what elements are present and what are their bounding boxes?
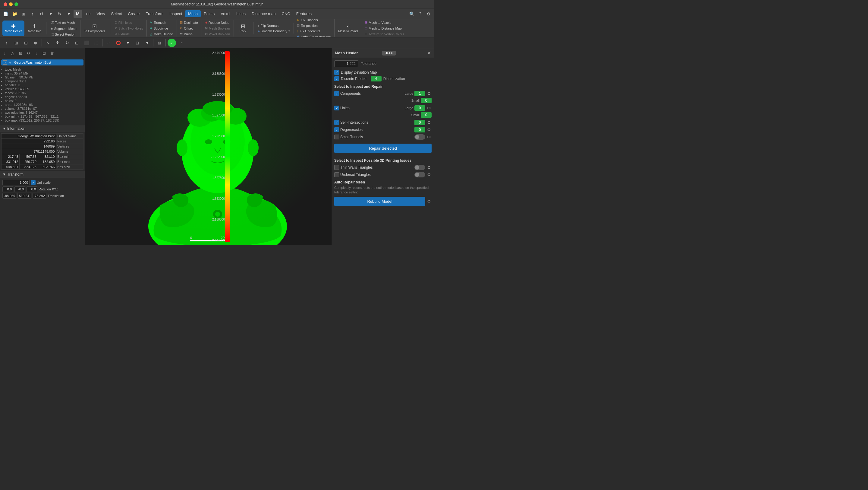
ruler-dropdown[interactable]: ▾ [143,39,151,47]
pack-button[interactable]: ⊞ Pack [235,21,251,36]
menu-inspect[interactable]: Inspect [166,10,185,17]
redo-icon[interactable]: ↻ [56,10,64,18]
rot-x-input[interactable] [2,186,13,192]
reduce-noise-button[interactable]: ◈ Reduce Noise [203,20,232,25]
mesh-healer-button[interactable]: ✚ Mesh Healer [2,21,24,36]
rect-select-icon[interactable]: ⬚ [92,39,100,47]
rot-z-input[interactable] [27,186,37,192]
stitch-two-holes-button[interactable]: ⊘ Stitch Two Holes [113,26,145,31]
trans-z-input[interactable] [33,193,46,199]
mesh-to-distance-map-button[interactable]: ⊟ Mesh to Distance Map [363,26,406,31]
settings-icon[interactable]: ⚙ [424,10,433,18]
rebuild-model-button[interactable]: Rebuild Model [334,197,425,206]
add-object-icon[interactable]: △ [9,50,16,57]
move-icon[interactable]: ✛ [53,39,62,47]
flip-normals-button[interactable]: ↕ Flip Normals [256,23,292,28]
viewport[interactable]: 0 200 2.444000 2.138500 1.833000 1.52750… [85,48,332,245]
remove-object-icon[interactable]: ⊟ [17,50,24,57]
degeneracies-gear-icon[interactable]: ⚙ [427,127,432,133]
undercut-gear-icon[interactable]: ⚙ [427,172,432,178]
repair-selected-button[interactable]: Repair Selected [334,144,432,153]
mesh-info-button[interactable]: ℹ Mesh Info [26,21,44,36]
small-tunnels-toggle[interactable] [414,134,425,140]
undo-dropdown[interactable]: ▾ [46,10,55,18]
mesh-boolean-button[interactable]: ⊠ Mesh Boolean [203,26,232,31]
search-icon[interactable]: 🔍 [407,10,416,18]
components-gear-icon[interactable]: ⚙ [427,90,432,96]
rotate-icon[interactable]: ⊕ [31,39,40,47]
select-region-button[interactable]: ⬚ Select Region [49,32,79,37]
menu-voxel[interactable]: Voxel [218,10,233,17]
layers-icon[interactable]: ⊞ [19,10,28,18]
menu-view[interactable]: View [93,10,108,17]
segment-mesh-button[interactable]: ◈ Segment Mesh [49,26,79,31]
make-delone-button[interactable]: △ Make Delone [148,31,175,36]
minimize-button[interactable] [9,2,13,6]
rotate2-icon[interactable]: ↻ [63,39,71,47]
thin-walls-toggle[interactable] [414,165,425,170]
reposition-button[interactable]: ⊡ Re-position [295,23,333,28]
fix-undercuts-button[interactable]: ↕ Fix Undercuts [295,29,333,33]
more-icon[interactable]: ⋯ [177,39,186,47]
menu-lines[interactable]: Lines [233,10,249,17]
cursor-icon[interactable]: ↖ [44,39,52,47]
uni-scale-checkbox[interactable]: ✓ [31,180,36,185]
confirm-icon[interactable]: ✓ [167,39,176,47]
menu-create[interactable]: Create [125,10,143,17]
fix-tunnels-button[interactable]: ⊙ Fix Tunnels [295,19,333,22]
points-icon[interactable]: ·: [104,39,113,47]
menu-distance-map[interactable]: Distance map [249,10,278,17]
M-icon[interactable]: M [73,10,82,18]
delete-icon[interactable]: 🗑 [48,50,56,57]
window-controls[interactable] [4,2,18,6]
sync-icon[interactable]: ↻ [25,50,32,57]
close-button[interactable] [4,2,7,6]
download-icon[interactable]: ↓ [33,50,40,57]
upload-icon[interactable]: ↑ [28,10,37,18]
trans-y-input[interactable] [18,193,31,199]
voxel-boolean-button[interactable]: ⊠ Voxel Boolean [203,31,232,36]
smooth-boundary-button[interactable]: ≈ Smooth Boundary ▾ [256,29,292,33]
menu-points[interactable]: Points [201,10,218,17]
folder-icon[interactable]: 📁 [10,10,19,18]
degeneracies-checkbox[interactable]: ✓ [334,127,339,132]
display-deviation-checkbox[interactable]: ✓ [334,70,339,75]
minus-icon[interactable]: ⊟ [22,39,30,47]
sort-icon[interactable]: ↕ [2,39,11,47]
transform-section-header[interactable]: ▼ Transform [0,171,85,178]
remesh-button[interactable]: ≋ Remesh [148,20,175,25]
self-intersections-gear-icon[interactable]: ⚙ [427,119,432,125]
ruler-icon[interactable]: ⊟ [133,39,142,47]
undercut-toggle[interactable] [414,172,425,177]
scale-icon[interactable]: ⊡ [73,39,81,47]
unite-close-vertices-button[interactable]: ⊕ Unite Close Vertices [295,34,333,37]
small-tunnels-checkbox[interactable] [334,135,339,139]
redo-dropdown[interactable]: ▾ [64,10,73,18]
tolerance-input[interactable] [334,60,358,67]
scale-input[interactable] [2,180,30,185]
panel-help-button[interactable]: HELP [382,51,396,56]
thin-walls-checkbox[interactable] [334,165,339,170]
menu-file[interactable]: ne [83,10,93,17]
help-icon[interactable]: ? [416,10,424,18]
menu-cnc[interactable]: CNC [279,10,293,17]
lasso-dropdown[interactable]: ▾ [124,39,132,47]
text-on-mesh-button[interactable]: Ⓣ Text on Mesh [49,20,79,25]
mesh-to-points-button[interactable]: ·: Mesh to Points [336,21,361,36]
expand-icon[interactable]: ⊡ [40,50,48,57]
menu-transform[interactable]: Transform [143,10,167,17]
brush-button[interactable]: ✏ Brush [178,31,199,36]
holes-checkbox[interactable]: ✓ [334,106,339,110]
components-checkbox[interactable]: ✓ [334,91,339,96]
rot-y-input[interactable] [14,186,25,192]
mesh-select-icon[interactable]: ⊠ [155,39,164,47]
transform-icon[interactable]: ⬛ [82,39,91,47]
undo-icon[interactable]: ↺ [37,10,46,18]
subdivide-button[interactable]: ◈ Subdivide [148,26,175,31]
decimate-button[interactable]: ⊡ Decimate [178,20,199,25]
discrete-palette-checkbox[interactable]: ✓ [334,76,339,81]
object-item[interactable]: ✓ △ George.Washington Bust [1,59,84,65]
lasso-icon[interactable]: ⭕ [114,39,122,47]
small-tunnels-gear-icon[interactable]: ⚙ [427,134,432,140]
panel-close-button[interactable]: ✕ [427,50,431,56]
